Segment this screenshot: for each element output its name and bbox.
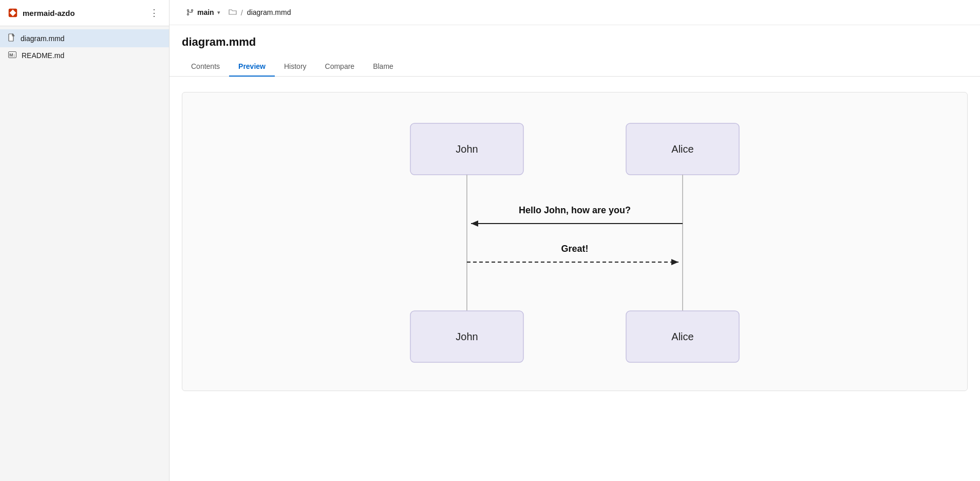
- file-list: diagram.mmd M↓ README.md: [0, 26, 169, 67]
- sidebar-item-diagram-mmd[interactable]: diagram.mmd: [0, 29, 169, 47]
- tab-history[interactable]: History: [275, 57, 316, 77]
- tabs: Contents Preview History Compare Blame: [169, 57, 980, 77]
- diagram-container: John Alice Hello John, how are you? Grea…: [182, 92, 968, 391]
- more-options-button[interactable]: ⋮: [146, 5, 162, 21]
- diagram-area: John Alice Hello John, how are you? Grea…: [169, 77, 980, 481]
- svg-point-5: [187, 10, 189, 11]
- svg-marker-19: [671, 259, 679, 265]
- file-title: diagram.mmd: [182, 35, 968, 49]
- svg-text:Alice: Alice: [671, 143, 693, 155]
- breadcrumb-separator: /: [241, 8, 243, 17]
- breadcrumb-file: diagram.mmd: [247, 8, 291, 16]
- breadcrumb-folder-icon: [229, 8, 237, 17]
- svg-text:M↓: M↓: [9, 52, 15, 58]
- chevron-down-icon: ▾: [217, 9, 220, 16]
- sidebar-title-wrap: mermaid-azdo: [7, 7, 75, 18]
- svg-point-7: [192, 10, 193, 11]
- tab-compare[interactable]: Compare: [316, 57, 364, 77]
- file-header: diagram.mmd: [169, 25, 980, 57]
- branch-selector[interactable]: main ▾: [182, 6, 224, 18]
- main-content: main ▾ / diagram.mmd diagram.mmd Content…: [169, 0, 980, 481]
- repo-icon: [7, 7, 18, 18]
- sidebar-title: mermaid-azdo: [23, 9, 75, 17]
- svg-text:Alice: Alice: [671, 331, 693, 342]
- breadcrumb-bar: main ▾ / diagram.mmd: [169, 0, 980, 25]
- branch-name: main: [197, 8, 214, 16]
- tab-blame[interactable]: Blame: [364, 57, 403, 77]
- tab-contents[interactable]: Contents: [182, 57, 229, 77]
- svg-marker-16: [471, 220, 478, 227]
- sequence-diagram: John Alice Hello John, how are you? Grea…: [380, 113, 770, 370]
- file-name-diagram: diagram.mmd: [21, 34, 65, 43]
- sidebar: mermaid-azdo ⋮ diagram.mmd M↓: [0, 0, 169, 481]
- svg-text:John: John: [456, 143, 478, 155]
- sidebar-header: mermaid-azdo ⋮: [0, 0, 169, 26]
- svg-point-6: [187, 14, 189, 15]
- sidebar-item-readme-md[interactable]: M↓ README.md: [0, 47, 169, 64]
- markdown-icon: M↓: [8, 51, 16, 60]
- svg-text:John: John: [456, 331, 478, 342]
- git-branch-icon: [186, 8, 194, 16]
- svg-rect-2: [9, 34, 13, 41]
- file-name-readme: README.md: [22, 51, 64, 60]
- file-icon: [8, 33, 15, 43]
- svg-text:Hello John, how are you?: Hello John, how are you?: [519, 205, 631, 215]
- tab-preview[interactable]: Preview: [229, 57, 275, 77]
- svg-text:Great!: Great!: [561, 244, 588, 254]
- more-options-icon: ⋮: [149, 8, 159, 18]
